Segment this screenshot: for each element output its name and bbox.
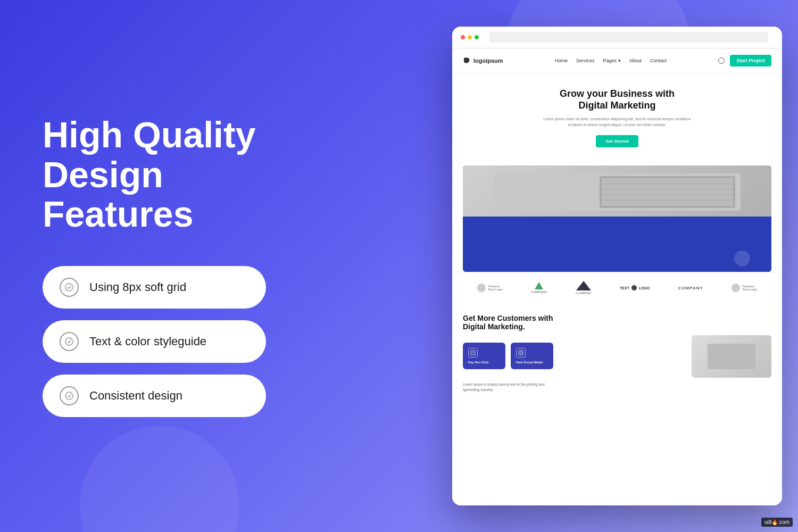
mountain-icon [576, 281, 591, 290]
browser-address-bar [489, 32, 768, 43]
nav-home[interactable]: Home [555, 58, 568, 63]
watermark: ui8🔥.com [761, 518, 793, 527]
feature-item-grid: Using 8px soft grid [43, 266, 266, 309]
svg-point-5 [520, 352, 522, 354]
nav-about[interactable]: About [629, 58, 642, 63]
image-placeholder-inner [708, 344, 755, 369]
hero-image-top [463, 165, 771, 219]
logo-circle-icon [477, 284, 486, 292]
browser-mockup: logoipsum Home Services Pages ▾ About Co… [452, 27, 782, 505]
site-hero: Grow your Business with Digital Marketin… [452, 73, 782, 165]
social-label: Paid Social Media [516, 361, 548, 364]
get-started-button[interactable]: Get Started [596, 135, 638, 147]
check-icon-grid [60, 278, 79, 297]
bottom-left-col: Pay-Per-Click Paid Social Media [463, 335, 681, 378]
hero-description: Lorem ipsum dolor sit amet, consectetur … [543, 117, 692, 128]
watermark-text: ui8 [764, 519, 771, 525]
site-nav: logoipsum Home Services Pages ▾ About Co… [452, 48, 782, 73]
main-title: High Quality Design Features [43, 115, 287, 234]
svg-point-1 [65, 338, 73, 345]
browser-dot-red [461, 35, 465, 39]
nav-contact[interactable]: Contact [650, 58, 667, 63]
ppc-icon [468, 348, 478, 358]
hero-title-line1: Grow your Business with [560, 88, 675, 99]
bottom-title-line2: Digital Marketing. [463, 322, 525, 331]
ppc-label: Pay-Per-Click [468, 361, 500, 364]
service-cards: Pay-Per-Click Paid Social Media [463, 343, 681, 369]
coffee-cup-decoration [734, 251, 750, 267]
bottom-section-title: Get More Customers with Digital Marketin… [463, 314, 580, 331]
logo-circle-icon-2 [732, 284, 740, 292]
logo-item-4: TEXT LOGO [620, 285, 650, 290]
search-icon[interactable] [718, 57, 725, 64]
watermark-domain: .com [778, 519, 789, 525]
nav-services[interactable]: Services [576, 58, 595, 63]
nav-pages[interactable]: Pages ▾ [603, 58, 621, 63]
feature-text-design: Consistent design [89, 389, 182, 403]
left-panel: High Quality Design Features Using 8px s… [0, 0, 330, 532]
bottom-layout: Pay-Per-Click Paid Social Media [463, 335, 771, 378]
website-content: logoipsum Home Services Pages ▾ About Co… [452, 48, 782, 505]
bottom-title-line1: Get More Customers with [463, 314, 553, 322]
hero-title: Grow your Business with Digital Marketin… [473, 88, 761, 111]
title-line1: High Quality [43, 114, 255, 155]
svg-point-2 [65, 392, 73, 400]
hero-image [463, 165, 771, 272]
check-icon-style [60, 332, 79, 351]
browser-dots [461, 35, 479, 39]
feature-text-grid: Using 8px soft grid [89, 280, 186, 294]
feature-text-style: Text & color styleguide [89, 335, 206, 348]
svg-point-0 [65, 284, 73, 291]
browser-chrome [452, 27, 782, 48]
service-card-ppc: Pay-Per-Click [463, 343, 505, 369]
keyboard-mockup [600, 176, 735, 208]
desk-surface [494, 173, 741, 211]
site-bottom-section: Get More Customers with Digital Marketin… [452, 303, 782, 403]
feature-list: Using 8px soft grid Text & color stylegu… [43, 266, 287, 417]
start-project-button[interactable]: Start Project [730, 55, 771, 66]
title-line2: Design Features [43, 154, 193, 235]
logo-strip: Company Text Logo COMPANY A COMPANY TEXT [452, 272, 782, 303]
social-icon [516, 348, 526, 358]
service-card-social: Paid Social Media [511, 343, 553, 369]
bottom-image-placeholder [692, 335, 771, 378]
feature-item-design: Consistent design [43, 375, 266, 417]
site-logo: logoipsum [463, 57, 503, 64]
triangle-icon [535, 282, 543, 289]
nav-links: Home Services Pages ▾ About Contact [555, 58, 667, 63]
bottom-description: Lorem ipsum is simply dummy text of the … [463, 382, 548, 393]
check-icon-design [60, 386, 79, 405]
logo-item-6: Company Text Logo [732, 284, 757, 292]
browser-dot-yellow [468, 35, 472, 39]
text-logo-dot [631, 285, 637, 290]
feature-item-style: Text & color styleguide [43, 320, 266, 363]
logo-text: logoipsum [473, 57, 503, 64]
svg-rect-4 [519, 351, 523, 355]
hero-title-line2: Digital Marketing [578, 100, 655, 111]
svg-rect-3 [471, 351, 475, 355]
logo-item-2: COMPANY [531, 282, 547, 294]
watermark-icon: 🔥 [771, 519, 778, 525]
browser-dot-green [475, 35, 479, 39]
logo-item-1: Company Text Logo [477, 284, 503, 292]
logo-item-5: COMPANY [678, 286, 703, 290]
hero-image-bottom [463, 217, 771, 272]
logo-icon [463, 57, 470, 64]
logo-item-3: A COMPANY [576, 281, 592, 295]
